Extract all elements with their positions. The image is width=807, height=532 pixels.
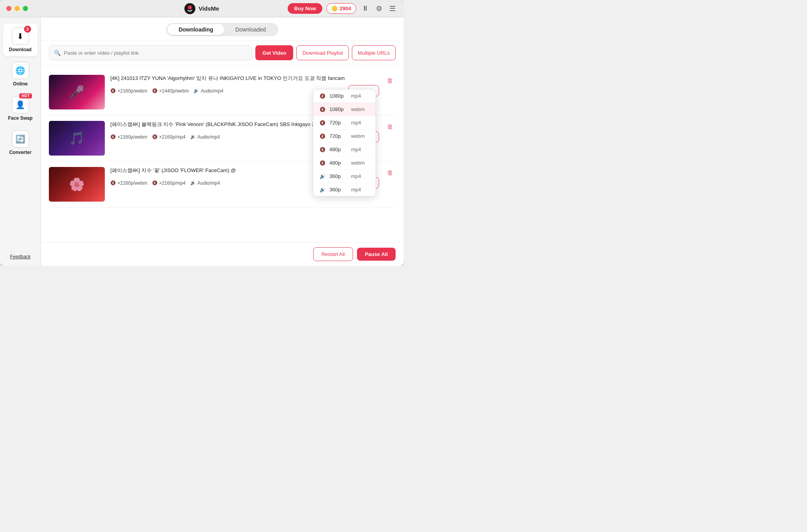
settings-icon-button[interactable]: ⚙ xyxy=(374,3,384,15)
titlebar-actions: Buy Now 🪙 2904 ⏸ ⚙ ☰ xyxy=(288,3,397,15)
pause-icon-button[interactable]: ⏸ xyxy=(360,3,370,14)
coins-value: 2904 xyxy=(340,6,351,11)
sidebar-item-download[interactable]: ⬇ 3 Download xyxy=(3,24,38,56)
format-tag: 🔊 Audio/mp4 xyxy=(193,88,223,94)
dropdown-item-480p-mp4[interactable]: 🔇 480p mp4 xyxy=(313,143,376,156)
coins-button[interactable]: 🪙 2904 xyxy=(326,3,356,14)
format-tag: 🔇 ×2160p/webm xyxy=(110,88,147,94)
video-thumb-3: 🌸 xyxy=(49,167,105,202)
video-thumb-1: 🎤 xyxy=(49,75,105,109)
format-tag: 🔊 Audio/mp4 xyxy=(190,180,220,186)
search-input[interactable] xyxy=(64,50,247,56)
sidebar-label-online: Online xyxy=(13,81,28,87)
video-item-1: 🎤 [4K] 241013 ITZY YUNA 'Algorhythm' 있지 … xyxy=(49,69,396,115)
get-video-button[interactable]: Get Video xyxy=(255,45,293,60)
download-playlist-button[interactable]: Download Playlist xyxy=(296,45,349,60)
dropdown-item-1080p-webm[interactable]: 🔇 1080p webm xyxy=(313,103,376,116)
menu-icon-button[interactable]: ☰ xyxy=(388,3,397,15)
titlebar: VidsMe Buy Now 🪙 2904 ⏸ ⚙ ☰ xyxy=(0,0,404,17)
format-tag: 🔇 ×2160p/webm xyxy=(110,180,147,186)
bottom-bar: Restart All Pause All xyxy=(41,242,404,266)
hot-badge: HOT xyxy=(19,93,32,98)
minimize-button[interactable] xyxy=(15,6,20,11)
delete-button-1[interactable]: 🗑 xyxy=(385,75,396,87)
app-title-area: VidsMe xyxy=(184,3,219,14)
video-list: 🎤 [4K] 241013 ITZY YUNA 'Algorhythm' 있지 … xyxy=(41,65,404,242)
video-thumb-2: 🎵 xyxy=(49,121,105,156)
sidebar-label-faceswap: Face Swap xyxy=(8,115,32,121)
sidebar: ⬇ 3 Download 🌐 Online 👤 HOT Face Swap xyxy=(0,17,41,266)
feedback-link[interactable]: Feedback xyxy=(10,254,31,266)
faceswap-icon: 👤 HOT xyxy=(12,96,29,113)
multiple-urls-button[interactable]: Multiple URLs xyxy=(352,45,396,60)
restart-all-button[interactable]: Restart All xyxy=(313,247,353,261)
tab-group: Downloading Downloaded xyxy=(166,23,278,36)
dropdown-item-720p-webm[interactable]: 🔇 720p webm xyxy=(313,130,376,143)
sidebar-label-download: Download xyxy=(9,47,32,52)
search-input-wrap: 🔍 xyxy=(49,45,252,60)
dropdown-item-360p-mp4-1[interactable]: 🔊 360p mp4 xyxy=(313,170,376,183)
main-content: Downloading Downloaded 🔍 Get Video Downl… xyxy=(41,17,404,266)
format-dropdown-1: 🔇 1080p mp4 🔇 1080p webm 🔇 720p m xyxy=(313,89,376,196)
format-tag: 🔇 ×2160p/mp4 xyxy=(152,180,186,186)
format-tag: 🔇 ×2160p/webm xyxy=(110,134,147,140)
window-controls[interactable] xyxy=(6,6,28,11)
buy-now-button[interactable]: Buy Now xyxy=(288,3,322,14)
pause-all-button[interactable]: Pause All xyxy=(357,248,396,261)
app-name-label: VidsMe xyxy=(199,5,219,12)
sidebar-item-online[interactable]: 🌐 Online xyxy=(3,58,38,91)
sidebar-item-converter[interactable]: 🔄 Converter xyxy=(3,126,38,159)
download-icon: ⬇ 3 xyxy=(12,28,29,45)
download-badge: 3 xyxy=(24,26,31,33)
dropdown-item-360p-mp4-2[interactable]: 🔊 360p mp4 xyxy=(313,183,376,196)
dropdown-item-480p-webm[interactable]: 🔇 480p webm xyxy=(313,156,376,170)
close-button[interactable] xyxy=(6,6,11,11)
app-logo-icon xyxy=(184,3,195,14)
tab-downloading[interactable]: Downloading xyxy=(167,24,224,35)
dropdown-item-720p-mp4[interactable]: 🔇 720p mp4 xyxy=(313,116,376,130)
sidebar-label-converter: Converter xyxy=(9,150,32,155)
search-icon: 🔍 xyxy=(54,50,61,56)
video-title-1: [4K] 241013 ITZY YUNA 'Algorhythm' 있지 유나… xyxy=(110,75,379,82)
delete-button-2[interactable]: 🗑 xyxy=(385,121,396,133)
maximize-button[interactable] xyxy=(23,6,28,11)
search-row: 🔍 Get Video Download Playlist Multiple U… xyxy=(41,41,404,65)
format-tag: 🔇 ×2160p/mp4 xyxy=(152,134,186,140)
converter-icon: 🔄 xyxy=(12,130,29,148)
delete-button-3[interactable]: 🗑 xyxy=(385,167,396,179)
tab-downloaded[interactable]: Downloaded xyxy=(224,24,277,35)
online-icon: 🌐 xyxy=(12,62,29,79)
tabs-row: Downloading Downloaded xyxy=(41,17,404,41)
dropdown-item-1080p-mp4[interactable]: 🔇 1080p mp4 xyxy=(313,89,376,103)
coins-icon: 🪙 xyxy=(331,6,338,11)
format-tag: 🔇 ×1440p/webm xyxy=(152,88,189,94)
sidebar-item-faceswap[interactable]: 👤 HOT Face Swap xyxy=(3,92,38,125)
svg-point-1 xyxy=(188,6,192,9)
format-tag: 🔊 Audio/mp4 xyxy=(190,134,220,140)
